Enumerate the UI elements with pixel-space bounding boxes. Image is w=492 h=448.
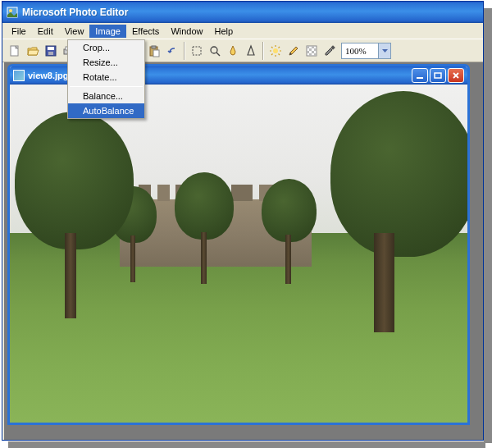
- svg-rect-41: [435, 73, 441, 78]
- svg-rect-33: [309, 48, 312, 51]
- mdi-area: view8.jpg: [4, 62, 483, 440]
- document-icon: [13, 70, 25, 81]
- svg-rect-34: [314, 48, 317, 51]
- svg-rect-40: [417, 77, 423, 79]
- svg-point-1: [9, 9, 12, 12]
- svg-line-26: [271, 47, 273, 48]
- svg-rect-32: [312, 46, 314, 48]
- svg-rect-4: [48, 47, 54, 50]
- menu-effects[interactable]: Effects: [126, 25, 165, 38]
- svg-rect-31: [307, 46, 309, 48]
- svg-line-29: [279, 47, 280, 48]
- paste-button[interactable]: [145, 42, 163, 60]
- toolbar-separator: [184, 42, 185, 60]
- close-button[interactable]: [448, 68, 464, 83]
- document-content: [10, 85, 467, 423]
- svg-line-27: [279, 53, 280, 55]
- eyedropper-button[interactable]: [321, 42, 339, 60]
- menu-item-rotate[interactable]: Rotate...: [68, 70, 144, 85]
- zoom-input[interactable]: [342, 45, 378, 57]
- svg-rect-37: [309, 53, 312, 56]
- edit-button[interactable]: [285, 42, 303, 60]
- menu-help[interactable]: Help: [209, 25, 239, 38]
- toolbar-separator: [262, 42, 264, 60]
- menu-separator: [70, 86, 143, 87]
- menu-item-autobalance[interactable]: AutoBalance: [68, 103, 144, 118]
- menu-item-resize[interactable]: Resize...: [68, 55, 144, 70]
- svg-rect-35: [307, 51, 309, 53]
- menu-item-balance[interactable]: Balance...: [68, 89, 144, 103]
- undo-button[interactable]: [163, 42, 181, 60]
- menu-item-crop[interactable]: Crop...: [68, 40, 144, 55]
- menu-edit[interactable]: Edit: [32, 25, 59, 38]
- menu-image[interactable]: Image: [89, 25, 126, 38]
- photo-image: [10, 85, 467, 423]
- menu-file[interactable]: File: [6, 25, 32, 38]
- app-window: Microsoft Photo Editor File Edit View Im…: [2, 1, 484, 441]
- image-menu-dropdown: Crop... Resize... Rotate... Balance... A…: [67, 39, 145, 119]
- zoom-dropdown-button[interactable]: [378, 43, 390, 58]
- app-icon: [6, 6, 19, 19]
- zoom-combo[interactable]: [341, 43, 391, 59]
- svg-point-19: [211, 47, 217, 53]
- brightness-button[interactable]: [266, 42, 285, 60]
- sharpen-button[interactable]: [242, 42, 260, 60]
- save-button[interactable]: [42, 42, 60, 60]
- minimize-button[interactable]: [412, 68, 428, 83]
- svg-rect-36: [312, 51, 314, 53]
- svg-point-21: [273, 48, 278, 53]
- svg-line-20: [216, 53, 220, 56]
- svg-rect-5: [48, 52, 53, 55]
- new-button[interactable]: [6, 42, 24, 60]
- menubar: File Edit View Image Effects Window Help: [2, 23, 483, 39]
- svg-rect-16: [152, 46, 156, 48]
- titlebar[interactable]: Microsoft Photo Editor: [2, 2, 483, 23]
- open-button[interactable]: [24, 42, 42, 60]
- zoom-button[interactable]: [206, 42, 224, 60]
- svg-rect-18: [193, 47, 201, 55]
- transparency-button[interactable]: [303, 42, 321, 60]
- svg-rect-17: [153, 50, 159, 57]
- svg-rect-38: [314, 53, 317, 56]
- select-button[interactable]: [188, 42, 206, 60]
- smudge-button[interactable]: [224, 42, 242, 60]
- maximize-button[interactable]: [430, 68, 446, 83]
- app-title: Microsoft Photo Editor: [22, 7, 480, 18]
- menu-window[interactable]: Window: [165, 25, 208, 38]
- menu-view[interactable]: View: [59, 25, 90, 38]
- svg-line-28: [271, 53, 273, 55]
